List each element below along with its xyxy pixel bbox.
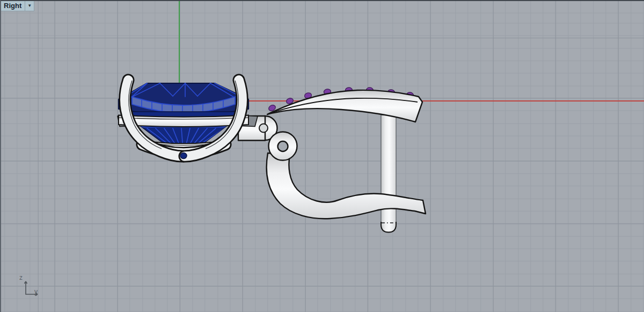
cad-viewport[interactable]: Right ▼ z y — [0, 0, 644, 312]
axis-indicator-y-label: y — [34, 288, 38, 295]
earring-model[interactable] — [1, 1, 644, 312]
pivot-hole — [278, 141, 288, 151]
hinge-pin-hole — [259, 124, 268, 133]
lever-pivot[interactable] — [269, 132, 297, 161]
upper-band — [119, 115, 248, 127]
ear-post[interactable] — [381, 115, 396, 233]
lever-arm[interactable] — [267, 153, 426, 219]
lever-top-arc[interactable] — [267, 90, 422, 122]
axis-indicator: z y — [16, 274, 44, 300]
culet-tip — [180, 153, 187, 159]
viewport-title-bar[interactable]: Right ▼ — [1, 1, 34, 11]
viewport-dropdown-icon[interactable]: ▼ — [25, 4, 34, 8]
viewport-title[interactable]: Right — [1, 2, 25, 10]
axis-indicator-z-label: z — [19, 274, 23, 281]
